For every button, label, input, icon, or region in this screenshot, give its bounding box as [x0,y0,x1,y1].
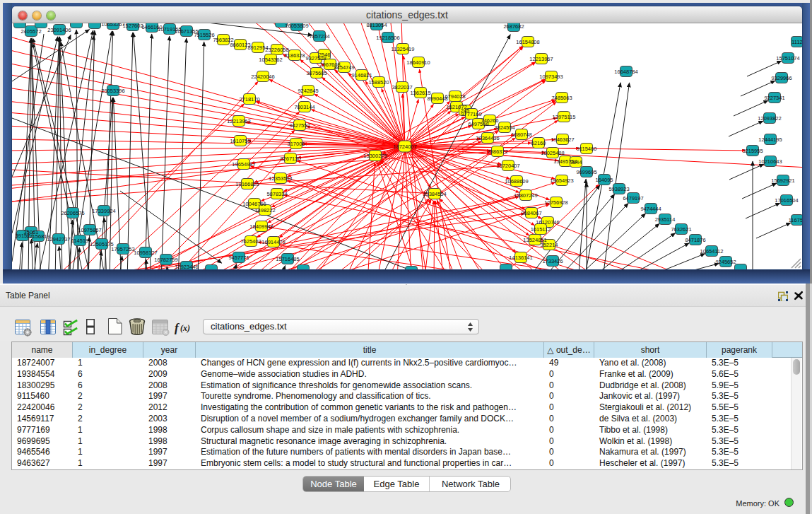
svg-text:2935114: 2935114 [655,216,676,223]
svg-text:2405572: 2405572 [20,28,41,35]
svg-text:8454749: 8454749 [334,64,354,71]
svg-text:7857234: 7857234 [309,33,329,40]
svg-text:19463627: 19463627 [551,136,574,143]
svg-text:16409948: 16409948 [249,223,273,230]
svg-text:9699695: 9699695 [576,169,596,175]
svg-text:9844: 9844 [570,159,582,165]
svg-text:9245652: 9245652 [715,259,736,265]
svg-text:1588520: 1588520 [368,79,389,86]
svg-text:7625402: 7625402 [240,238,261,245]
svg-text:10688609: 10688609 [505,178,528,185]
svg-text:10046766: 10046766 [242,201,266,207]
svg-text:10210643: 10210643 [758,158,782,165]
svg-text:19166825: 19166825 [235,181,259,187]
svg-text:7485063: 7485063 [551,95,572,101]
svg-text:6794028: 6794028 [445,93,465,100]
svg-text:9457771: 9457771 [228,255,249,261]
svg-text:16154808: 16154808 [516,39,539,45]
svg-text:9242845: 9242845 [298,88,318,94]
svg-text:22420046: 22420046 [251,74,274,80]
svg-text:8267130: 8267130 [280,156,300,162]
svg-text:20364436: 20364436 [476,135,499,141]
svg-text:2687682: 2687682 [503,23,524,30]
svg-text:16782759: 16782759 [154,257,177,263]
svg-text:19384554: 19384554 [423,191,446,197]
svg-text:12923446: 12923446 [175,264,198,270]
svg-text:f: f [175,321,180,334]
svg-text:3875685: 3875685 [306,70,326,76]
svg-text:10543362: 10543362 [259,57,282,63]
svg-text:1615112: 1615112 [531,226,551,233]
svg-text:7803144: 7803144 [294,104,314,110]
svg-text:29053396: 29053396 [101,88,124,94]
svg-text:1498222: 1498222 [254,207,275,214]
svg-text:9777169: 9777169 [461,111,481,117]
svg-text:10654112: 10654112 [700,248,724,255]
svg-text:9146821: 9146821 [351,72,372,78]
svg-text:17016504: 17016504 [775,197,798,204]
svg-text:19654987: 19654987 [232,161,255,168]
svg-text:16120746: 16120746 [536,219,559,226]
svg-text:9684067: 9684067 [521,210,541,216]
svg-text:7986372: 7986372 [487,148,507,155]
svg-text:16053809: 16053809 [285,23,308,29]
svg-text:13300275: 13300275 [363,153,387,159]
svg-text:10973493: 10973493 [539,74,563,80]
svg-text:3824554: 3824554 [494,124,514,131]
svg-text:5878334: 5878334 [266,191,287,197]
svg-text:12213963: 12213963 [227,118,250,124]
svg-text:9115460: 9115460 [577,146,597,152]
svg-text:10975857: 10975857 [78,227,101,233]
svg-text:8471876: 8471876 [685,237,705,243]
svg-text:7632621: 7632621 [671,226,691,233]
svg-text:10756928: 10756928 [544,199,567,206]
svg-text:(x): (x) [180,323,190,333]
svg-text:10025488: 10025488 [541,150,564,156]
svg-text:1733426: 1733426 [542,258,563,264]
svg-text:17339924: 17339924 [92,208,115,214]
svg-text:12213967: 12213967 [529,56,553,62]
svg-text:18807249: 18807249 [514,192,537,199]
svg-text:9474444: 9474444 [640,206,661,212]
svg-text:1112: 1112 [792,39,802,45]
svg-text:11325419: 11325419 [392,46,415,52]
svg-text:9329966: 9329966 [771,75,792,81]
svg-text:12353594: 12353594 [269,175,292,182]
svg-text:164095: 164095 [595,177,613,183]
svg-text:19218506: 19218506 [376,35,399,41]
svg-text:18640910: 18640910 [406,59,430,66]
svg-text:12444195: 12444195 [758,136,782,143]
svg-text:19654923: 19654923 [550,177,573,184]
svg-text:116753: 116753 [789,217,802,223]
svg-text:10653267: 10653267 [101,23,124,28]
svg-text:2718170: 2718170 [239,96,259,103]
svg-text:746266: 746266 [481,117,498,124]
svg-text:352214: 352214 [540,242,558,248]
svg-text:317006: 317006 [287,141,305,147]
svg-text:14136141: 14136141 [509,255,532,261]
svg-text:17957253: 17957253 [111,246,134,252]
svg-text:15751074: 15751074 [776,55,799,62]
svg-text:3215955: 3215955 [742,148,763,154]
svg-text:1610755: 1610755 [230,138,250,144]
svg-text:114519: 114519 [71,238,88,244]
svg-text:15720407: 15720407 [496,163,519,169]
svg-text:16914479: 16914479 [261,239,285,245]
svg-text:1080748: 1080748 [511,132,531,138]
svg-text:16648784: 16648784 [614,69,637,75]
svg-text:9427552: 9427552 [289,122,310,129]
svg-text:6479197: 6479197 [623,195,643,201]
svg-text:15692921: 15692921 [771,177,794,184]
svg-text:23091406: 23091406 [47,27,71,33]
svg-text:13975115: 13975115 [553,114,576,120]
svg-text:18724007: 18724007 [393,144,416,150]
svg-text:1527602: 1527602 [122,23,143,29]
svg-text:8186328: 8186328 [284,52,305,59]
svg-text:12942737: 12942737 [47,236,70,243]
svg-text:15716485: 15716485 [276,256,299,262]
svg-text:2546: 2546 [319,52,331,58]
svg-text:9227341: 9227341 [764,95,784,101]
svg-text:3822037: 3822037 [392,84,412,90]
svg-text:12093822: 12093822 [758,115,781,122]
svg-text:5938923: 5938923 [608,186,629,192]
